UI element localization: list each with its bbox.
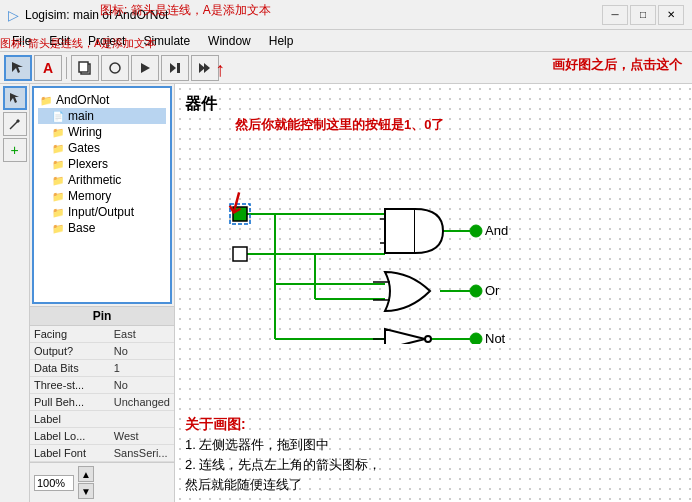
tree-item-io[interactable]: 📁 Input/Output [38,204,166,220]
toolbar-separator-1 [66,57,67,79]
svg-text:Not: Not [485,331,506,344]
component-label: 器件 [185,94,217,115]
tree-item-main[interactable]: 📄 main [38,108,166,124]
prop-value-label [110,411,174,428]
prop-label-label: Label [30,411,110,428]
svg-rect-38 [233,247,247,261]
prop-label-labello: Label Lo... [30,428,110,445]
prop-value-pullbeh: Unchanged [110,394,174,411]
toolbar-play-tool[interactable] [131,55,159,81]
svg-marker-0 [12,62,23,73]
prop-label-threest: Three-st... [30,377,110,394]
pencil-tool[interactable] [3,112,27,136]
tool-sidebar: + [0,84,30,502]
tree-label-wiring: Wiring [68,125,102,139]
svg-marker-9 [10,93,19,103]
prop-row-threest: Three-st... No [30,377,174,394]
control-annotation: 然后你就能控制这里的按钮是1、0了 [235,116,444,134]
drawing-title: 关于画图: [185,416,246,434]
zoom-input[interactable] [34,475,74,491]
prop-row-facing: Facing East [30,326,174,343]
title-left: ▷ Logisim: main of AndOrNot [8,7,168,23]
window-title: Logisim: main of AndOrNot [25,8,168,22]
folder-icon-plexers: 📁 [52,159,64,170]
svg-point-29 [425,336,431,342]
prop-value-output: No [110,343,174,360]
tree-item-wiring[interactable]: 📁 Wiring [38,124,166,140]
toolbar: A 图标: 箭头是连线，A是添加文本 画好图之后，点击这个 ↑ [0,52,692,84]
props-table: Facing East Output? No Data Bits 1 Thr [30,326,174,462]
drawing-step2: 2. 连线，先点左上角的箭头图标， [185,456,381,474]
close-button[interactable]: ✕ [658,5,684,25]
drawing-step1: 1. 左侧选器件，拖到图中 [185,436,329,454]
zoom-up-button[interactable]: ▲ [78,466,94,482]
title-bar: ▷ Logisim: main of AndOrNot ─ □ ✕ [0,0,692,30]
menu-window[interactable]: Window [200,32,259,50]
pointer-tool[interactable] [3,86,27,110]
main-area: + 📁 AndOrNot 📄 main 📁 Wiring 📁 [0,84,692,502]
title-controls: ─ □ ✕ [602,5,684,25]
prop-value-labello: West [110,428,174,445]
svg-point-31 [470,225,482,237]
svg-point-32 [470,285,482,297]
zoom-area: ▲ ▼ [30,462,174,502]
toolbar-copy-tool[interactable] [71,55,99,81]
prop-row-pullbeh: Pull Beh... Unchanged [30,394,174,411]
toolbar-step-tool[interactable] [161,55,189,81]
add-tool[interactable]: + [3,138,27,162]
prop-value-facing: East [110,326,174,343]
tree-item-gates[interactable]: 📁 Gates [38,140,166,156]
folder-icon-wiring: 📁 [52,127,64,138]
prop-row-label: Label [30,411,174,428]
tree-label-base: Base [68,221,95,235]
svg-marker-4 [141,63,150,73]
prop-row-output: Output? No [30,343,174,360]
zoom-down-button[interactable]: ▼ [78,483,94,499]
toolbar-fast-tool[interactable] [191,55,219,81]
app-icon: ▷ [8,7,19,23]
svg-marker-8 [204,63,210,73]
prop-value-threest: No [110,377,174,394]
folder-icon-arith: 📁 [52,175,64,186]
minimize-button[interactable]: ─ [602,5,628,25]
folder-icon-memory: 📁 [52,191,64,202]
toolbar-circle-tool[interactable] [101,55,129,81]
tree-item-plexers[interactable]: 📁 Plexers [38,156,166,172]
component-tree[interactable]: 📁 AndOrNot 📄 main 📁 Wiring 📁 Gates 📁 [32,86,172,304]
svg-text:Or: Or [485,283,500,298]
svg-rect-23 [385,209,415,253]
prop-value-databits: 1 [110,360,174,377]
svg-rect-2 [79,62,88,72]
svg-rect-6 [177,63,180,73]
zoom-controls: ▲ ▼ [78,466,94,499]
svg-rect-37 [233,207,247,221]
tree-item-andornot[interactable]: 📁 AndOrNot [38,92,166,108]
tree-item-base[interactable]: 📁 Base [38,220,166,236]
prop-label-output: Output? [30,343,110,360]
toolbar-text-tool[interactable]: A [34,55,62,81]
prop-label-databits: Data Bits [30,360,110,377]
menu-help[interactable]: Help [261,32,302,50]
prop-row-labelfont: Label Font SansSeri... [30,445,174,462]
maximize-button[interactable]: □ [630,5,656,25]
prop-row-databits: Data Bits 1 [30,360,174,377]
tree-item-memory[interactable]: 📁 Memory [38,188,166,204]
folder-icon-base: 📁 [52,223,64,234]
tree-item-arithmetic[interactable]: 📁 Arithmetic [38,172,166,188]
tree-label-gates: Gates [68,141,100,155]
folder-icon-io: 📁 [52,207,64,218]
canvas-area: 器件 然后你就能控制这里的按钮是1、0了 [175,84,692,502]
prop-label-facing: Facing [30,326,110,343]
svg-marker-28 [385,329,425,344]
tree-label-memory: Memory [68,189,111,203]
tree-label-andornot: AndOrNot [56,93,109,107]
tree-label-main: main [68,109,94,123]
toolbar-arrow-tool[interactable] [4,55,32,81]
svg-marker-5 [170,63,176,73]
props-panel: Pin Facing East Output? No Data Bits [30,306,174,462]
svg-line-10 [10,121,18,129]
tree-props-panel: 📁 AndOrNot 📄 main 📁 Wiring 📁 Gates 📁 [30,84,174,502]
svg-text:And: And [485,223,508,238]
circuit-svg: And Or Not [215,144,565,344]
tree-label-io: Input/Output [68,205,134,219]
